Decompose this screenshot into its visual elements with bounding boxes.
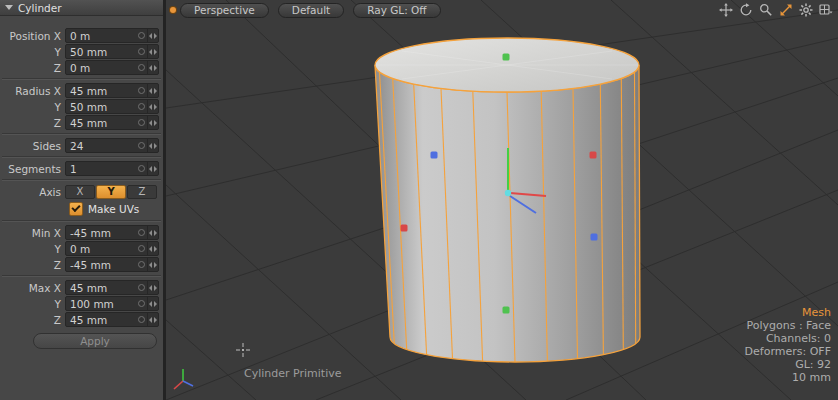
handle-left-blue[interactable]: [431, 152, 438, 159]
group-separator: [2, 220, 161, 222]
field-value: 45 mm: [66, 314, 138, 326]
axis-x-button[interactable]: X: [65, 185, 95, 199]
radius-z-field[interactable]: 45 mm: [65, 115, 159, 130]
group-separator: [2, 78, 161, 80]
radius-y-field[interactable]: 50 mm: [65, 99, 159, 114]
apply-button[interactable]: Apply: [33, 333, 157, 349]
param-label: Segments: [0, 163, 65, 175]
knob-icon[interactable]: [138, 119, 145, 126]
mini-slider-icon[interactable]: [147, 162, 158, 175]
axis-y-button[interactable]: Y: [96, 185, 126, 199]
perspective-button[interactable]: Perspective: [180, 3, 269, 18]
min-y-field[interactable]: 0 m: [65, 241, 159, 256]
handle-bottom-green[interactable]: [503, 307, 510, 314]
param-label: Position X: [0, 30, 65, 42]
tool-properties-panel: Cylinder Position X 0 m Y 50 mm: [0, 0, 163, 400]
shading-default-button[interactable]: Default: [278, 3, 344, 18]
viewport-layout-icon[interactable]: [819, 3, 833, 17]
radius-x-field[interactable]: 45 mm: [65, 83, 159, 98]
knob-icon[interactable]: [138, 284, 145, 291]
field-value: 24: [66, 140, 138, 152]
max-z-field[interactable]: 45 mm: [65, 312, 159, 327]
handle-top-green[interactable]: [503, 54, 510, 61]
mini-slider-icon[interactable]: [147, 139, 158, 152]
knob-icon[interactable]: [138, 64, 145, 71]
param-label: Max X: [0, 282, 65, 294]
param-row: Z 45 mm: [0, 115, 163, 130]
param-row: Y 50 mm: [0, 44, 163, 59]
viewport-info-line: Polygons : Face: [745, 319, 831, 332]
ray-gl-button[interactable]: Ray GL: Off: [353, 3, 440, 18]
mini-slider-icon[interactable]: [147, 45, 158, 58]
param-row: Z 0 m: [0, 60, 163, 75]
mini-slider-icon[interactable]: [147, 226, 158, 239]
group-separator: [2, 275, 161, 277]
knob-icon[interactable]: [138, 142, 145, 149]
gear-icon[interactable]: [799, 3, 813, 17]
make-uvs-checkbox[interactable]: [69, 202, 83, 216]
knob-icon[interactable]: [138, 261, 145, 268]
mini-slider-icon[interactable]: [147, 29, 158, 42]
field-value: 45 mm: [66, 85, 138, 97]
knob-icon[interactable]: [138, 32, 145, 39]
knob-icon[interactable]: [138, 103, 145, 110]
position-y-field[interactable]: 50 mm: [65, 44, 159, 59]
knob-icon[interactable]: [138, 48, 145, 55]
viewport-info-line: 10 mm: [745, 371, 831, 384]
viewport-indicator-dot[interactable]: [170, 7, 176, 13]
handle-right-red[interactable]: [590, 152, 597, 159]
make-uvs-label: Make UVs: [88, 203, 139, 215]
viewport-3d[interactable]: Perspective Default Ray GL: Off: [166, 0, 838, 400]
field-value: 1: [66, 163, 138, 175]
zoom-icon[interactable]: [759, 3, 773, 17]
field-value: 0 m: [66, 243, 138, 255]
knob-icon[interactable]: [138, 245, 145, 252]
mini-slider-icon[interactable]: [147, 84, 158, 97]
mini-slider-icon[interactable]: [147, 100, 158, 113]
knob-icon[interactable]: [138, 87, 145, 94]
field-value: 100 mm: [66, 298, 138, 310]
param-row: Sides 24: [0, 138, 163, 153]
knob-icon[interactable]: [138, 316, 145, 323]
segments-field[interactable]: 1: [65, 161, 159, 176]
min-x-field[interactable]: -45 mm: [65, 225, 159, 240]
knob-icon[interactable]: [138, 165, 145, 172]
max-x-field[interactable]: 45 mm: [65, 280, 159, 295]
param-label: Y: [0, 243, 65, 255]
mini-slider-icon[interactable]: [147, 313, 158, 326]
axis-z-button[interactable]: Z: [127, 185, 157, 199]
viewport-toolbar: Perspective Default Ray GL: Off: [180, 3, 441, 18]
param-row: Radius X 45 mm: [0, 83, 163, 98]
maximize-icon[interactable]: [779, 3, 793, 17]
manipulator-center[interactable]: [505, 190, 511, 196]
panel-header[interactable]: Cylinder: [0, 0, 163, 16]
param-label: Sides: [0, 140, 65, 152]
position-x-field[interactable]: 0 m: [65, 28, 159, 43]
collapse-arrow-icon[interactable]: [5, 5, 13, 10]
scene-canvas[interactable]: [166, 0, 838, 400]
param-row: Position X 0 m: [0, 28, 163, 43]
knob-icon[interactable]: [138, 229, 145, 236]
max-y-field[interactable]: 100 mm: [65, 296, 159, 311]
chevron-down-icon: [830, 12, 833, 14]
knob-icon[interactable]: [138, 300, 145, 307]
mini-slider-icon[interactable]: [147, 281, 158, 294]
mini-slider-icon[interactable]: [147, 258, 158, 271]
param-row: Segments 1: [0, 161, 163, 176]
panel-title: Cylinder: [18, 2, 61, 14]
field-value: 0 m: [66, 62, 138, 74]
pan-icon[interactable]: [719, 3, 733, 17]
mini-slider-icon[interactable]: [147, 61, 158, 74]
min-z-field[interactable]: -45 mm: [65, 257, 159, 272]
field-value: -45 mm: [66, 259, 138, 271]
mini-slider-icon[interactable]: [147, 116, 158, 129]
handle-back-blue[interactable]: [591, 234, 598, 241]
mini-slider-icon[interactable]: [147, 297, 158, 310]
param-row: Z 45 mm: [0, 312, 163, 327]
orbit-icon[interactable]: [739, 3, 753, 17]
viewport-info-line: Channels: 0: [745, 332, 831, 345]
position-z-field[interactable]: 0 m: [65, 60, 159, 75]
mini-slider-icon[interactable]: [147, 242, 158, 255]
sides-field[interactable]: 24: [65, 138, 159, 153]
handle-front-red[interactable]: [401, 225, 408, 232]
